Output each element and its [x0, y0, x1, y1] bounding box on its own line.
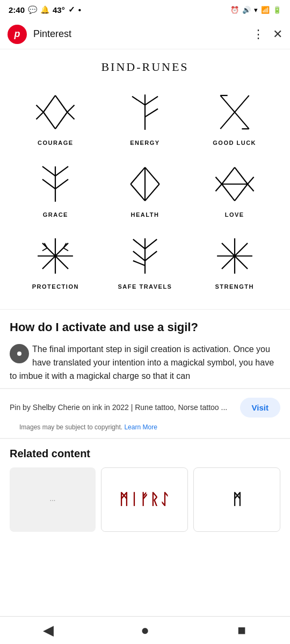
rune-health: HEALTH — [100, 155, 190, 226]
rune-courage-label: COURAGE — [38, 140, 74, 146]
rune-good-luck: GOOD LUCK — [190, 83, 279, 155]
home-button[interactable]: ● — [97, 622, 193, 639]
rune-safe-travels-symbol — [121, 232, 169, 280]
rune-protection-symbol — [31, 232, 79, 280]
rune-love-symbol — [211, 160, 259, 208]
related-card-3[interactable]: ᛗ — [193, 467, 280, 532]
main-content: BIND-RUNES — [0, 49, 290, 537]
runes-grid: COURAGE ENERGY — [11, 83, 279, 298]
svg-line-5 — [37, 112, 44, 119]
learn-more-link[interactable]: Learn More — [124, 423, 157, 431]
rune-strength: STRENGTH — [190, 226, 279, 298]
message-icon: 💬 — [28, 5, 37, 14]
svg-line-18 — [42, 179, 55, 189]
svg-line-21 — [130, 167, 145, 184]
svg-line-4 — [37, 105, 44, 112]
check-icon: ✓ — [68, 5, 75, 14]
pin-info-bar: Pin by Shelby Cherie on ink in 2022 | Ru… — [0, 389, 290, 422]
svg-line-45 — [133, 251, 145, 261]
svg-line-19 — [55, 179, 68, 189]
pinterest-logo: p — [8, 25, 27, 44]
close-button[interactable]: ✕ — [273, 27, 282, 41]
back-button[interactable]: ◀ — [0, 622, 97, 639]
svg-line-33 — [248, 184, 254, 191]
copyright-text: Images may be subject to copyright. Lear… — [10, 423, 167, 435]
status-icons-area: ⏰ 🔊 ▾ 📶 🔋 — [230, 6, 281, 14]
rune-energy: ENERGY — [100, 83, 190, 155]
nav-bar: ◀ ● ■ — [0, 616, 290, 644]
svg-line-10 — [145, 97, 158, 105]
rune-health-symbol — [121, 160, 169, 208]
notification-icon: 🔔 — [40, 5, 49, 14]
rune-love-label: LOVE — [225, 211, 244, 218]
svg-point-54 — [17, 352, 21, 356]
svg-line-20 — [55, 166, 68, 176]
svg-line-44 — [133, 239, 145, 249]
svg-line-6 — [68, 105, 75, 112]
visit-button[interactable]: Visit — [240, 398, 280, 418]
rune-grace-symbol — [31, 160, 79, 208]
battery-icon: 🔋 — [273, 6, 281, 14]
rune-good-luck-label: GOOD LUCK — [213, 140, 256, 146]
app-title: Pinterest — [33, 28, 246, 40]
bind-runes-section: BIND-RUNES — [0, 55, 290, 309]
copyright-area: Images may be subject to copyright. Lear… — [0, 422, 290, 438]
svg-line-28 — [222, 184, 235, 201]
svg-line-29 — [235, 184, 248, 201]
article-heading: How do I activate and use a sigil? — [10, 320, 280, 334]
svg-line-47 — [145, 251, 157, 261]
rune-energy-symbol — [121, 88, 169, 136]
svg-line-31 — [215, 184, 222, 191]
more-options-button[interactable]: ⋮ — [252, 27, 264, 41]
dot-icon: • — [78, 5, 81, 14]
rune-health-label: HEALTH — [131, 211, 160, 218]
alarm-icon: ⏰ — [230, 6, 239, 14]
svg-line-17 — [42, 166, 55, 176]
svg-line-22 — [145, 167, 160, 184]
bind-runes-title: BIND-RUNES — [11, 60, 279, 74]
svg-line-32 — [248, 177, 254, 184]
svg-line-7 — [68, 112, 75, 119]
app-bar: p Pinterest ⋮ ✕ — [0, 19, 290, 49]
svg-line-23 — [130, 184, 145, 201]
svg-line-42 — [63, 248, 68, 251]
rune-protection: PROTECTION — [11, 226, 100, 298]
temp-display: 43° — [53, 5, 65, 14]
svg-line-1 — [55, 96, 67, 112]
rune-grace-label: GRACE — [43, 211, 68, 218]
related-card-2[interactable]: ᛗᛁᚠᚱᛇ — [101, 467, 188, 532]
svg-line-24 — [145, 184, 160, 201]
svg-line-46 — [145, 239, 157, 249]
rune-safe-travels: SAFE TRAVELS — [100, 226, 190, 298]
svg-line-40 — [42, 248, 47, 251]
svg-line-30 — [215, 177, 222, 184]
svg-line-48 — [133, 261, 145, 266]
related-title: Related content — [10, 448, 280, 460]
rune-strength-label: STRENGTH — [215, 283, 254, 290]
rune-courage: COURAGE — [11, 83, 100, 155]
status-bar: 2:40 💬 🔔 43° ✓ • ⏰ 🔊 ▾ 📶 🔋 — [0, 0, 290, 19]
related-card-1[interactable]: ··· — [10, 467, 96, 532]
svg-line-27 — [235, 167, 248, 184]
related-cards: ··· ᛗᛁᚠᚱᛇ ᛗ — [10, 467, 280, 532]
status-time-area: 2:40 💬 🔔 43° ✓ • — [9, 5, 81, 14]
svg-line-2 — [44, 112, 55, 129]
rune-courage-symbol — [31, 88, 79, 136]
svg-line-11 — [145, 109, 158, 117]
rune-love: LOVE — [190, 155, 279, 226]
pin-info-text: Pin by Shelby Cherie on ink in 2022 | Ru… — [10, 402, 234, 413]
svg-line-9 — [132, 97, 145, 105]
status-time: 2:40 — [9, 5, 25, 14]
volume-icon: 🔊 — [242, 6, 251, 14]
svg-line-3 — [55, 112, 67, 129]
article-text: The final important step in sigil creati… — [10, 343, 280, 383]
svg-line-26 — [222, 167, 235, 184]
rune-strength-symbol — [211, 232, 259, 280]
rune-good-luck-symbol — [211, 88, 259, 136]
logo-char: p — [15, 28, 20, 40]
related-section: Related content ··· ᛗᛁᚠᚱᛇ ᛗ — [0, 438, 290, 532]
related-rune-text-2: ᛗ — [233, 491, 242, 508]
recent-apps-button[interactable]: ■ — [193, 622, 290, 639]
rune-protection-label: PROTECTION — [32, 283, 79, 290]
app-bar-actions: ⋮ ✕ — [252, 27, 282, 41]
